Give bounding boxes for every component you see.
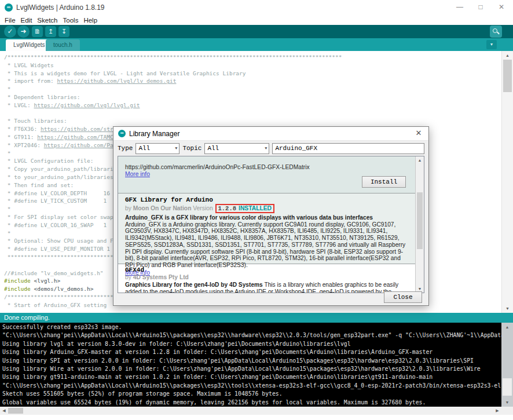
code-line: * This is a widgets demo for LVGL - Ligh… <box>4 70 494 78</box>
window-controls: — □ ✕ <box>449 0 512 15</box>
maximize-icon[interactable]: □ <box>470 0 491 15</box>
window-title: LvglWidgets | Arduino 1.8.19 <box>16 3 105 12</box>
editor-scrollbar-thumb[interactable] <box>503 60 512 92</box>
code-line: * <box>4 85 494 93</box>
library-description: Arduino_GFX is a GFX library for various… <box>125 214 408 269</box>
library-manager-dialog: ∞ Library Manager ✕ Type All▼ Topic All▼… <box>113 126 429 306</box>
search-input[interactable]: Arduino_GFX <box>272 143 424 154</box>
scroll-left-icon[interactable]: ◀ <box>0 407 8 415</box>
console-line: Using library lvgl at version 8.3.0-dev … <box>0 340 501 348</box>
title-bar: ∞ LvglWidgets | Arduino 1.8.19 — □ ✕ <box>0 0 513 15</box>
library-list-scrollbar-thumb[interactable] <box>417 192 423 249</box>
code-line: * LVGL: https://github.com/lvgl/lvgl.git <box>4 101 494 109</box>
scroll-up-icon[interactable]: ▲ <box>416 158 424 162</box>
library-list-scrollbar[interactable]: ▲ ▼ <box>415 156 424 293</box>
code-line: * LVGL Widgets <box>4 61 494 70</box>
library-byline: by Moon On Our Nation Version 1.2.8INSTA… <box>125 204 408 213</box>
menu-item-tools[interactable]: Tools <box>63 17 79 24</box>
console-scroll-down-icon[interactable]: ▼ <box>501 400 513 404</box>
console-scrollbar[interactable]: ▲ ▼ <box>501 323 513 407</box>
install-button[interactable]: Install <box>362 176 406 188</box>
scroll-down-icon[interactable]: ▼ <box>416 287 424 291</box>
menu-bar: FileEditSketchToolsHelp <box>0 15 513 25</box>
arduino-logo-icon: ∞ <box>118 130 126 137</box>
dialog-title-bar: ∞ Library Manager ✕ <box>113 127 428 141</box>
status-bar: Done compiling. <box>0 313 513 323</box>
code-line: * Dependent libraries: <box>4 93 494 101</box>
tab-bar: LvglWidgets touch.h ▼ <box>0 38 513 51</box>
tab-list-dropdown-icon[interactable]: ▼ <box>486 40 497 49</box>
menu-item-help[interactable]: Help <box>83 17 97 24</box>
library-url: https://github.com/marcmerlin/ArduinoOnP… <box>125 164 408 170</box>
code-line: * Touch libraries: <box>4 117 494 125</box>
chevron-down-icon: ▼ <box>175 144 177 154</box>
type-select[interactable]: All▼ <box>135 143 179 154</box>
console-line: "C:\\Users\\zhang'pei\\AppData\\Local\\A… <box>0 331 501 339</box>
installed-badge: INSTALLED <box>239 205 272 211</box>
console-output: Successfully created esp32s3 image."C:\\… <box>0 323 501 407</box>
scroll-right-icon[interactable]: ▶ <box>493 407 501 415</box>
scrollbar-corner <box>501 407 513 415</box>
editor-scrollbar[interactable]: ▲ ▼ <box>501 51 513 313</box>
library-name: GFX Library for Arduino <box>125 196 408 203</box>
console-line: Using library Arduino_GFX-master at vers… <box>0 348 501 356</box>
topic-select[interactable]: All▼ <box>204 143 269 154</box>
verify-button[interactable]: ✓ <box>4 25 16 38</box>
library-author: Moon On Our Nation <box>133 205 192 211</box>
installed-version-highlight: 1.2.8INSTALLED <box>215 204 275 213</box>
menu-item-sketch[interactable]: Sketch <box>37 17 57 24</box>
console-line: Global variables use 65524 bytes (19%) o… <box>0 399 501 407</box>
dialog-close-button[interactable]: Close <box>384 291 422 303</box>
toolbar: ✓ ➜ 🗎 ↥ ↧ <box>0 25 513 38</box>
library-description: Graphics Library for the gen4-IoD by 4D … <box>125 282 408 293</box>
code-line: /***************************************… <box>4 53 494 61</box>
code-line <box>4 109 494 118</box>
minimize-icon[interactable]: — <box>449 0 470 15</box>
library-entry-fastled-gfx[interactable]: https://github.com/marcmerlin/ArduinoOnP… <box>118 156 415 193</box>
library-byline: by 4D Systems Pty Ltd <box>125 274 408 280</box>
menu-item-edit[interactable]: Edit <box>21 17 32 24</box>
library-filter-row: Type All▼ Topic All▼ Arduino_GFX <box>113 141 428 156</box>
dialog-title: Library Manager <box>129 130 179 138</box>
type-label: Type <box>118 145 133 152</box>
library-version: 1.2.8 <box>218 205 237 212</box>
scroll-up-icon[interactable]: ▲ <box>502 53 513 57</box>
upload-button[interactable]: ➜ <box>17 25 30 38</box>
dialog-close-icon[interactable]: ✕ <box>409 127 428 141</box>
tab-touch-h[interactable]: touch.h <box>46 39 80 51</box>
save-button[interactable]: ↧ <box>58 26 69 37</box>
open-button[interactable]: ↥ <box>45 26 56 37</box>
console-line: Using library gt911-arduino-main at vers… <box>0 373 501 381</box>
library-list: https://github.com/marcmerlin/ArduinoOnP… <box>118 156 424 293</box>
topic-label: Topic <box>182 145 201 152</box>
chevron-down-icon: ▼ <box>265 144 267 154</box>
console-scroll-up-icon[interactable]: ▲ <box>501 325 513 329</box>
menu-item-file[interactable]: File <box>5 17 16 24</box>
scroll-down-icon[interactable]: ▼ <box>502 306 513 311</box>
horizontal-scrollbar-thumb[interactable] <box>8 408 23 414</box>
more-info-link[interactable]: More info <box>125 171 150 177</box>
library-entry-gfx-library[interactable]: GFX Library for Arduino by Moon On Our N… <box>118 193 415 264</box>
serial-monitor-button[interactable] <box>490 25 502 38</box>
console-line: Sketch uses 551605 bytes (52%) of progra… <box>0 390 501 398</box>
horizontal-scrollbar[interactable]: ◀ ▶ <box>0 407 501 415</box>
console-scrollbar-thumb[interactable] <box>503 378 512 396</box>
console-line: "C:\\Users\\zhang'pei\\AppData\\Local\\A… <box>0 382 501 390</box>
library-author: 4D Systems Pty Ltd <box>133 274 189 280</box>
new-sketch-button[interactable]: 🗎 <box>32 26 43 37</box>
console-line: Successfully created esp32s3 image. <box>0 323 501 331</box>
console-line: Using library SPI at version 2.0.0 in fo… <box>0 357 501 365</box>
close-icon[interactable]: ✕ <box>491 0 512 15</box>
code-line: * import from: https://github.com/lvgl/l… <box>4 77 494 85</box>
console-line: Using library Wire at version 2.0.0 in f… <box>0 365 501 373</box>
arduino-logo-icon: ∞ <box>5 3 13 12</box>
